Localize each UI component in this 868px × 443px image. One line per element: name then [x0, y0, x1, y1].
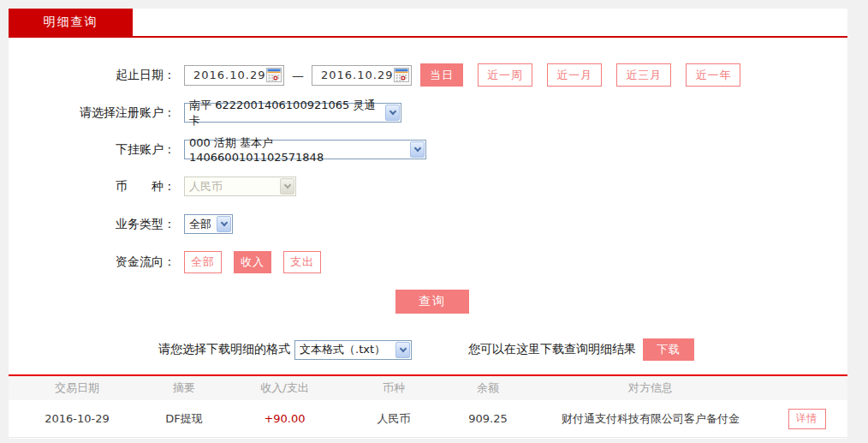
fund-flow-all-button[interactable]: 全部	[184, 251, 222, 273]
cell-amount: +90.00	[223, 412, 347, 425]
business-type-select[interactable]: 全部	[184, 214, 233, 234]
chevron-down-icon	[280, 178, 294, 195]
download-format-select[interactable]: 文本格式（.txt）	[294, 340, 412, 360]
currency-select: 人民币	[184, 177, 296, 196]
date-from-value: 2016.10.29	[193, 69, 266, 81]
currency-row: 币 种： 人民币	[9, 177, 847, 196]
table-header-row: 交易日期 摘要 收入/支出 币种 余额 对方信息	[9, 376, 847, 400]
register-account-value: 南平 6222001406100921065 灵通卡	[189, 98, 380, 129]
currency-value: 人民币	[189, 179, 223, 195]
chevron-down-icon[interactable]	[385, 105, 400, 121]
cell-trade-date: 2016-10-29	[9, 412, 146, 425]
chevron-down-icon[interactable]	[217, 216, 231, 232]
tab-underline	[9, 36, 847, 38]
sub-account-value: 000 活期 基本户 1406600101102571848	[189, 135, 405, 164]
download-row: 请您选择下载明细的格式 文本格式（.txt） 您可以在这里下载查询明细结果 下载	[9, 338, 847, 361]
header-trade-date: 交易日期	[9, 380, 146, 396]
date-range-row: 起止日期： 2016.10.29 — 2016.10.29	[9, 63, 847, 87]
quick-range-month-button[interactable]: 近一月	[547, 63, 602, 87]
register-account-label: 请选择注册账户：	[9, 105, 175, 121]
business-type-row: 业务类型： 全部	[9, 214, 847, 234]
quick-range-today-button[interactable]: 当日	[420, 63, 463, 87]
date-to-value: 2016.10.29	[321, 69, 394, 81]
header-currency: 币种	[347, 380, 441, 396]
header-counterparty: 对方信息	[535, 380, 766, 396]
tab-detail-query[interactable]: 明细查询	[9, 9, 133, 36]
download-format-label: 请您选择下载明细的格式	[158, 342, 290, 357]
sub-account-select[interactable]: 000 活期 基本户 1406600101102571848	[184, 140, 426, 159]
fund-flow-label: 资金流向：	[9, 254, 175, 270]
date-from-input[interactable]: 2016.10.29	[184, 65, 284, 86]
fund-flow-income-button[interactable]: 收入	[234, 251, 271, 273]
quick-range-buttons: 当日 近一周 近一月 近三月 近一年	[412, 63, 740, 87]
date-range-separator: —	[292, 69, 304, 82]
fund-flow-expense-button[interactable]: 支出	[283, 251, 321, 273]
chevron-down-icon[interactable]	[410, 141, 425, 158]
cell-summary: DF提现	[146, 411, 223, 427]
quick-range-year-button[interactable]: 近一年	[686, 63, 740, 87]
header-summary: 摘要	[146, 380, 223, 396]
business-type-value: 全部	[189, 217, 211, 232]
sub-account-label: 下挂账户：	[9, 142, 175, 158]
tab-label: 明细查询	[44, 15, 98, 30]
quick-range-3months-button[interactable]: 近三月	[616, 63, 671, 87]
business-type-label: 业务类型：	[9, 217, 175, 232]
calendar-icon[interactable]	[266, 68, 282, 82]
calendar-icon[interactable]	[394, 68, 409, 82]
detail-query-panel: 明细查询 起止日期： 2016.10.29 — 2016.10.29	[9, 9, 847, 439]
cell-balance: 909.25	[441, 412, 535, 425]
date-to-input[interactable]: 2016.10.29	[312, 65, 412, 86]
detail-button[interactable]: 详情	[788, 409, 826, 429]
header-balance: 余额	[441, 380, 535, 396]
cell-currency: 人民币	[347, 411, 441, 427]
table-row: 2016-10-29 DF提现 +90.00 人民币 909.25 财付通支付科…	[9, 400, 847, 438]
download-hint: 您可以在这里下载查询明细结果	[468, 342, 636, 357]
fund-flow-row: 资金流向： 全部 收入 支出	[9, 251, 847, 273]
register-account-select[interactable]: 南平 6222001406100921065 灵通卡	[184, 103, 401, 123]
currency-label: 币 种：	[9, 179, 175, 195]
sub-account-row: 下挂账户： 000 活期 基本户 1406600101102571848	[9, 140, 847, 159]
date-range-label: 起止日期：	[9, 68, 175, 83]
query-button[interactable]: 查询	[395, 290, 469, 314]
download-button[interactable]: 下载	[643, 338, 694, 361]
chevron-down-icon[interactable]	[395, 342, 410, 358]
header-income-expense: 收入/支出	[223, 380, 347, 396]
quick-range-week-button[interactable]: 近一周	[478, 63, 532, 87]
register-account-row: 请选择注册账户： 南平 6222001406100921065 灵通卡	[9, 103, 847, 123]
download-format-value: 文本格式（.txt）	[300, 342, 385, 357]
cell-counterparty: 财付通支付科技有限公司客户备付金	[535, 411, 766, 427]
